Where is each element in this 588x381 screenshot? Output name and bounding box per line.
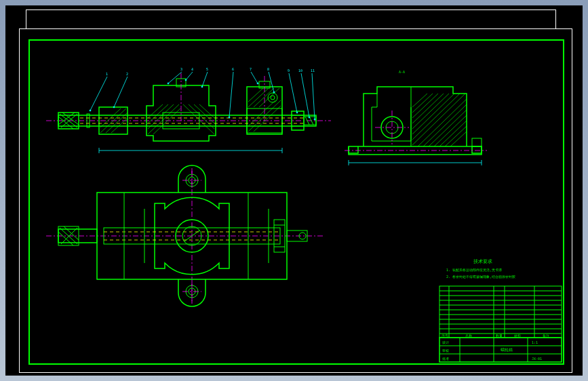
- svg-text:名称: 名称: [465, 334, 472, 338]
- svg-line-87: [445, 126, 467, 146]
- notes-line1: 1. 装配后各运动部件应灵活,无卡滞: [446, 268, 502, 272]
- svg-line-67: [312, 73, 315, 119]
- svg-line-35: [248, 100, 275, 126]
- balloon-3: 3: [180, 67, 182, 71]
- svg-text:材料: 材料: [513, 334, 521, 338]
- svg-line-76: [412, 94, 454, 134]
- svg-line-30: [248, 88, 269, 107]
- svg-line-86: [439, 121, 467, 146]
- technical-notes: 技术要求 1. 装配后各运动部件应灵活,无卡滞 2. 各密封处不得有渗漏现象,结…: [446, 259, 515, 279]
- svg-text:设计: 设计: [442, 340, 449, 344]
- svg-line-47: [90, 77, 107, 111]
- front-section-view: 1 2 3 4 5 6 7 8 9 10 11: [46, 67, 331, 153]
- balloon-2: 2: [126, 72, 128, 76]
- svg-line-23: [194, 104, 214, 123]
- svg-line-74: [412, 94, 465, 145]
- svg-line-19: [148, 104, 163, 118]
- balloon-9: 9: [288, 68, 290, 73]
- svg-point-56: [201, 86, 203, 87]
- title-block: 蜗轮箱 设计 审核 批准 1:1 JX-01: [439, 338, 562, 362]
- svg-line-61: [269, 72, 274, 92]
- svg-point-60: [257, 83, 258, 84]
- svg-text:批准: 批准: [442, 357, 449, 361]
- svg-line-22: [189, 104, 214, 129]
- svg-text:JX-01: JX-01: [532, 357, 542, 361]
- svg-point-52: [168, 83, 169, 84]
- balloon-1: 1: [106, 72, 108, 76]
- svg-line-80: [412, 94, 433, 113]
- balloon-8: 8: [267, 67, 269, 71]
- svg-line-83: [423, 104, 467, 146]
- svg-point-38: [271, 96, 275, 100]
- svg-line-59: [251, 72, 258, 83]
- balloon-11: 11: [311, 68, 315, 73]
- balloon-10: 10: [298, 68, 302, 73]
- bom-table: 序号 名称 数量 材料 备注: [439, 286, 562, 338]
- svg-line-57: [229, 72, 233, 117]
- svg-line-49: [114, 77, 128, 107]
- balloon-5: 5: [206, 67, 208, 71]
- part-name: 蜗轮箱: [501, 347, 513, 352]
- svg-rect-93: [472, 138, 482, 146]
- balloon-7: 7: [250, 67, 252, 71]
- svg-point-68: [314, 119, 315, 120]
- svg-line-51: [168, 72, 182, 83]
- svg-line-77: [412, 94, 449, 129]
- balloon-4: 4: [191, 67, 193, 71]
- cad-canvas[interactable]: 1 2 3 4 5 6 7 8 9 10 11 A-A: [5, 5, 583, 376]
- svg-point-66: [309, 117, 310, 118]
- svg-line-17: [148, 104, 174, 129]
- svg-rect-130: [439, 286, 562, 338]
- plan-view: [46, 165, 324, 306]
- svg-point-64: [296, 112, 298, 113]
- svg-point-50: [113, 106, 115, 108]
- svg-line-31: [248, 88, 263, 102]
- svg-line-81: [412, 94, 427, 107]
- svg-point-58: [229, 117, 230, 118]
- svg-point-62: [273, 92, 275, 93]
- notes-heading: 技术要求: [473, 259, 492, 264]
- section-label: A-A: [399, 70, 405, 74]
- svg-line-63: [289, 73, 297, 113]
- svg-line-79: [412, 94, 438, 118]
- svg-text:数量: 数量: [496, 334, 503, 338]
- svg-point-54: [185, 79, 187, 81]
- svg-line-24: [199, 104, 214, 118]
- svg-line-55: [202, 72, 208, 87]
- svg-line-33: [259, 88, 279, 107]
- balloon-6: 6: [232, 67, 234, 71]
- svg-point-48: [90, 110, 91, 111]
- svg-line-84: [429, 110, 467, 146]
- side-section-view: A-A: [345, 70, 487, 165]
- svg-line-34: [248, 100, 281, 132]
- svg-text:备注: 备注: [543, 334, 549, 338]
- svg-text:序号: 序号: [442, 334, 448, 338]
- svg-text:审核: 审核: [442, 348, 449, 353]
- drawing-svg: 1 2 3 4 5 6 7 8 9 10 11 A-A: [5, 5, 583, 376]
- svg-line-53: [186, 72, 193, 80]
- svg-line-36: [254, 106, 281, 132]
- notes-line2: 2. 各密封处不得有渗漏现象,结合面涂密封胶: [446, 275, 515, 279]
- svg-text:1:1: 1:1: [532, 340, 538, 344]
